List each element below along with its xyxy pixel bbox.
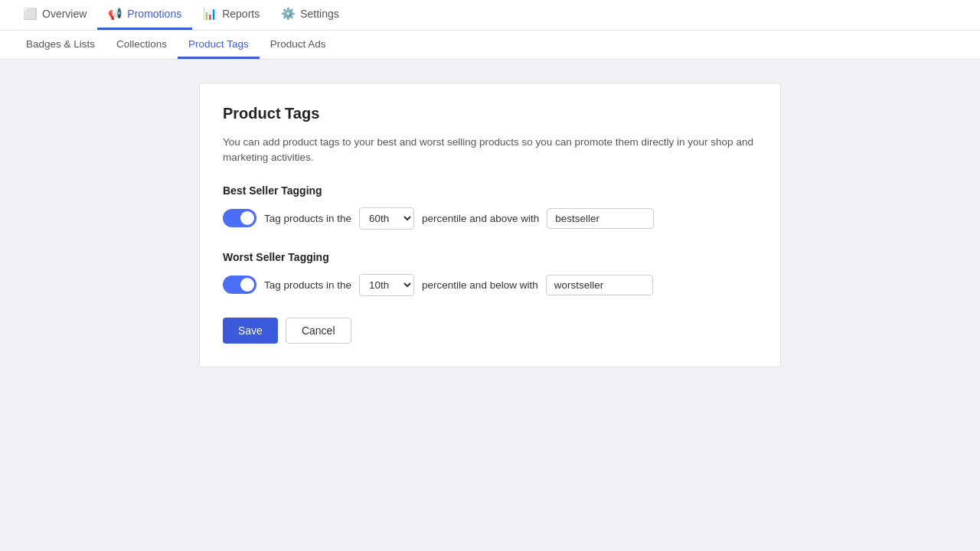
subnav-product-tags[interactable]: Product Tags <box>178 31 260 59</box>
worst-seller-percentile-select[interactable]: 10th 20th 30th 40th 50th 60th 70th 80th … <box>359 274 414 296</box>
subnav-product-ads[interactable]: Product Ads <box>260 31 337 59</box>
worst-seller-tag-input[interactable] <box>546 275 653 295</box>
promotions-icon: 📢 <box>108 7 122 21</box>
worst-seller-section: Worst Seller Tagging Tag products in the… <box>223 251 757 296</box>
card-description: You can add product tags to your best an… <box>223 135 757 166</box>
subnav-collections[interactable]: Collections <box>106 31 178 59</box>
nav-label-promotions: Promotions <box>127 8 181 20</box>
best-seller-toggle[interactable] <box>223 209 256 227</box>
best-seller-above-label: percentile and above with <box>422 213 539 224</box>
overview-icon: ⬜ <box>23 7 38 21</box>
nav-label-reports: Reports <box>222 8 260 20</box>
nav-label-settings: Settings <box>300 8 339 20</box>
best-seller-percentile-select[interactable]: 10th 20th 30th 40th 50th 60th 70th 80th … <box>359 207 414 230</box>
save-button[interactable]: Save <box>223 318 278 344</box>
reports-icon: 📊 <box>203 7 217 21</box>
nav-label-overview: Overview <box>42 8 87 20</box>
top-nav: ⬜ Overview 📢 Promotions 📊 Reports ⚙️ Set… <box>0 0 980 31</box>
worst-seller-title: Worst Seller Tagging <box>223 251 757 263</box>
nav-item-overview[interactable]: ⬜ Overview <box>12 0 97 30</box>
worst-seller-toggle-slider <box>223 276 256 294</box>
subnav-badges-lists[interactable]: Badges & Lists <box>15 31 106 59</box>
nav-item-reports[interactable]: 📊 Reports <box>192 0 270 30</box>
best-seller-section: Best Seller Tagging Tag products in the … <box>223 184 757 230</box>
worst-seller-tag-label: Tag products in the <box>264 279 351 291</box>
best-seller-tag-label: Tag products in the <box>264 213 351 224</box>
best-seller-tag-input[interactable] <box>547 208 654 229</box>
worst-seller-row: Tag products in the 10th 20th 30th 40th … <box>223 274 757 296</box>
best-seller-row: Tag products in the 10th 20th 30th 40th … <box>223 207 757 230</box>
nav-item-promotions[interactable]: 📢 Promotions <box>97 0 192 30</box>
best-seller-toggle-slider <box>223 209 256 227</box>
card-title: Product Tags <box>223 105 757 122</box>
main-content: Product Tags You can add product tags to… <box>0 60 980 390</box>
worst-seller-toggle[interactable] <box>223 276 256 294</box>
best-seller-title: Best Seller Tagging <box>223 184 757 197</box>
cancel-button[interactable]: Cancel <box>286 318 351 344</box>
product-tags-card: Product Tags You can add product tags to… <box>199 83 781 367</box>
worst-seller-below-label: percentile and below with <box>422 279 538 291</box>
button-row: Save Cancel <box>223 318 757 344</box>
sub-nav: Badges & Lists Collections Product Tags … <box>0 31 980 60</box>
settings-icon: ⚙️ <box>281 7 296 21</box>
nav-item-settings[interactable]: ⚙️ Settings <box>270 0 350 30</box>
